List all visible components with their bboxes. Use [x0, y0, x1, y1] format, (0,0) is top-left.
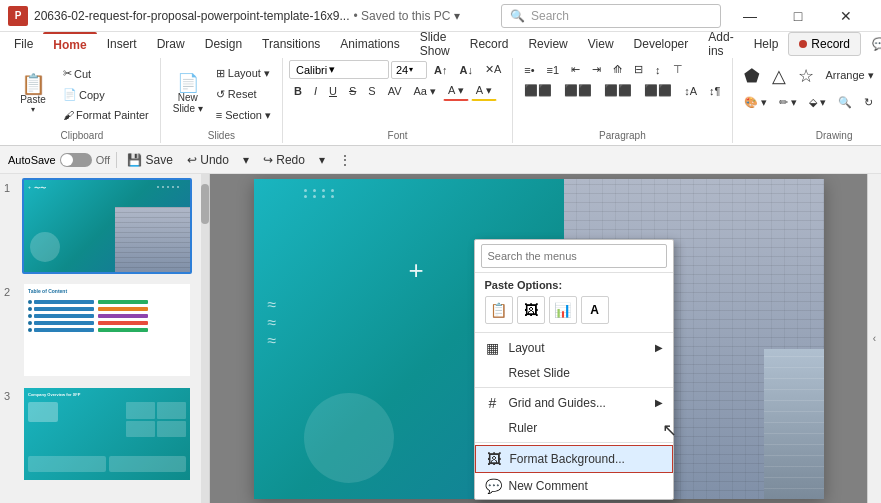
italic-button[interactable]: I: [309, 82, 322, 100]
tab-insert[interactable]: Insert: [97, 32, 147, 56]
ctx-layout[interactable]: ▦ Layout ▶: [475, 335, 673, 361]
paste-icon-3[interactable]: 📊: [549, 296, 577, 324]
tab-slideshow[interactable]: Slide Show: [410, 32, 460, 56]
slide-thumb-1[interactable]: 1 〜〜 +: [4, 178, 205, 274]
cut-button[interactable]: ✂ Cut: [58, 64, 154, 83]
tab-review[interactable]: Review: [518, 32, 577, 56]
smart-art-button[interactable]: ⟰: [608, 60, 627, 79]
redo-button[interactable]: ↪ Redo: [259, 151, 309, 169]
undo-dropdown[interactable]: ▾: [239, 151, 253, 169]
align-left-button[interactable]: ⬛⬛: [519, 81, 557, 100]
highlight-button[interactable]: A ▾: [471, 81, 497, 101]
layout-button[interactable]: ⊞ Layout ▾: [211, 64, 276, 83]
ctx-divider-1: [475, 332, 673, 333]
spacing-button[interactable]: AV: [383, 82, 407, 100]
reset-button[interactable]: ↺ Reset: [211, 85, 276, 104]
increase-indent-button[interactable]: ⇥: [587, 60, 606, 79]
tab-draw[interactable]: Draw: [147, 32, 195, 56]
paste-icon-4[interactable]: A: [581, 296, 609, 324]
paste-icon-1[interactable]: 📋: [485, 296, 513, 324]
outline-button[interactable]: ✏ ▾: [774, 93, 802, 112]
font-shrink-button[interactable]: A↓: [454, 61, 477, 79]
underline-button[interactable]: U: [324, 82, 342, 100]
clear-format-button[interactable]: ✕A: [480, 60, 506, 79]
shapes2-button[interactable]: △: [767, 62, 791, 90]
paste-icon-2[interactable]: 🖼: [517, 296, 545, 324]
shadow-button[interactable]: S: [363, 82, 380, 100]
slide-thumb-3[interactable]: 3 Company Overview for XFP: [4, 386, 205, 482]
columns-button[interactable]: ⊟: [629, 60, 648, 79]
tab-design[interactable]: Design: [195, 32, 252, 56]
ctx-reset[interactable]: Reset Slide: [475, 361, 673, 385]
slide-panel-scrollbar[interactable]: [201, 174, 209, 503]
tab-view[interactable]: View: [578, 32, 624, 56]
record-dot-icon: [799, 40, 807, 48]
grid-arrow: ▶: [655, 397, 663, 408]
font-name-dropdown[interactable]: Calibri ▾: [289, 60, 389, 79]
shapes3-button[interactable]: ☆: [793, 62, 819, 90]
font-size-dropdown[interactable]: 24 ▾: [391, 61, 427, 79]
ctx-grid[interactable]: # Grid and Guides... ▶: [475, 390, 673, 416]
tab-transitions[interactable]: Transitions: [252, 32, 330, 56]
paste-button[interactable]: 📋 Paste ▾: [10, 70, 56, 118]
scroll-thumb[interactable]: [201, 184, 209, 224]
fill-button[interactable]: 🎨 ▾: [739, 93, 772, 112]
ctx-divider-2: [475, 387, 673, 388]
autosave-switch[interactable]: [60, 153, 92, 167]
case-button[interactable]: Aa ▾: [409, 82, 442, 101]
tab-record[interactable]: Record: [460, 32, 519, 56]
customize-qa[interactable]: ⋮: [335, 151, 355, 169]
direction-button[interactable]: ↕: [650, 61, 666, 79]
maximize-button[interactable]: □: [775, 0, 821, 32]
main-slide[interactable]: ≈≈≈ + 〰〰〰: [254, 179, 824, 499]
numbering-button[interactable]: ≡1: [542, 61, 565, 79]
tab-animations[interactable]: Animations: [330, 32, 409, 56]
font-grow-button[interactable]: A↑: [429, 61, 452, 79]
undo-button[interactable]: ↩ Undo: [183, 151, 233, 169]
right-panel-toggle[interactable]: ‹: [867, 174, 881, 503]
arrange-button[interactable]: Arrange ▾: [821, 66, 879, 85]
bullets-button[interactable]: ≡•: [519, 61, 539, 79]
ribbon: 📋 Paste ▾ ✂ Cut 📄 Copy 🖌 Format Painter …: [0, 56, 881, 146]
align-center-button[interactable]: ⬛⬛: [559, 81, 597, 100]
format-painter-button[interactable]: 🖌 Format Painter: [58, 106, 154, 124]
zigzag-left-deco: ≈≈≈: [268, 296, 277, 350]
slide-thumb-2[interactable]: 2 Table of Content: [4, 282, 205, 378]
save-button[interactable]: 💾 Save: [123, 151, 177, 169]
tab-developer[interactable]: Developer: [624, 32, 699, 56]
section-button[interactable]: ≡ Section ▾: [211, 106, 276, 125]
replace-button[interactable]: ↻: [859, 93, 878, 112]
tab-addins[interactable]: Add-ins: [698, 32, 743, 56]
vertical-align-button[interactable]: ⊤: [668, 60, 688, 79]
copy-button[interactable]: 📄 Copy: [58, 85, 154, 104]
comment-button[interactable]: 💬: [867, 32, 881, 56]
decrease-indent-button[interactable]: ⇤: [566, 60, 585, 79]
record-button[interactable]: Record: [788, 32, 861, 56]
font-color-button[interactable]: A ▾: [443, 81, 469, 101]
redo-dropdown[interactable]: ▾: [315, 151, 329, 169]
close-button[interactable]: ✕: [823, 0, 869, 32]
tab-file[interactable]: File: [4, 32, 43, 56]
minimize-button[interactable]: —: [727, 0, 773, 32]
paragraph-spacing-button[interactable]: ↕¶: [704, 82, 725, 100]
font-top-row: Calibri ▾ 24 ▾ A↑ A↓ ✕A: [289, 60, 506, 79]
find-button[interactable]: 🔍: [833, 93, 857, 112]
bold-button[interactable]: B: [289, 82, 307, 100]
justify-button[interactable]: ⬛⬛: [639, 81, 677, 100]
slide2-toc: [28, 300, 186, 332]
context-menu-search-input[interactable]: [481, 244, 667, 268]
tab-help[interactable]: Help: [744, 32, 789, 56]
ctx-new-comment[interactable]: 💬 New Comment: [475, 473, 673, 499]
tab-home[interactable]: Home: [43, 32, 96, 56]
align-right-button[interactable]: ⬛⬛: [599, 81, 637, 100]
ctx-ruler[interactable]: Ruler: [475, 416, 673, 440]
new-slide-button[interactable]: 📄 New Slide ▾: [167, 70, 209, 118]
ctx-format-bg[interactable]: 🖼 Format Background...: [475, 445, 673, 473]
new-slide-icon: 📄: [177, 74, 199, 92]
dropdown-arrow[interactable]: ▾: [454, 9, 460, 23]
search-box[interactable]: 🔍 Search: [501, 4, 721, 28]
effects-button[interactable]: ⬙ ▾: [804, 93, 831, 112]
line-spacing-button[interactable]: ↕A: [679, 82, 702, 100]
shapes-button[interactable]: ⬟: [739, 62, 765, 90]
strikethrough-button[interactable]: S: [344, 82, 361, 100]
